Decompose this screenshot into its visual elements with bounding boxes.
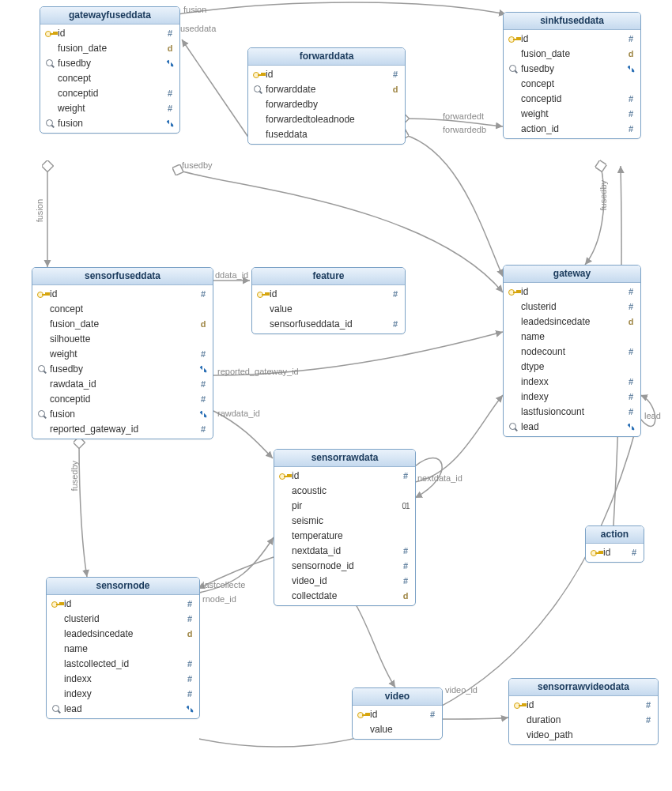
column-row[interactable]: indexx# [47, 672, 199, 687]
entity-title[interactable]: sensornode [47, 578, 199, 595]
entity-sensorrawdata[interactable]: sensorrawdataid#acousticpir01seismictemp… [274, 449, 416, 606]
entity-action[interactable]: actionid# [585, 525, 644, 563]
column-row[interactable]: duration# [509, 713, 658, 728]
column-row[interactable]: reported_gateway_id# [32, 422, 213, 437]
column-row[interactable]: action_id# [504, 122, 640, 137]
entity-title[interactable]: sensorrawdata [274, 450, 415, 467]
column-row[interactable]: leadedsincedated [47, 627, 199, 642]
edit-icon [164, 118, 176, 130]
column-row[interactable]: seismic [274, 514, 415, 529]
entity-title[interactable]: video [353, 688, 442, 706]
column-row[interactable]: sensorfuseddata_id# [252, 317, 405, 332]
column-row[interactable]: fusion_dated [504, 47, 640, 62]
column-row[interactable]: temperature [274, 529, 415, 544]
column-name: silhouette [48, 333, 197, 346]
column-row[interactable]: id# [504, 32, 640, 47]
column-name: lastcollected_id [62, 657, 183, 671]
column-row[interactable]: fusedby [32, 362, 213, 377]
column-row[interactable]: weight# [504, 107, 640, 122]
entity-gateway[interactable]: gatewayid#clusterid#leadedsincedatedname… [503, 265, 641, 437]
entity-columns: id#conceptfusion_datedsilhouetteweight#f… [32, 285, 213, 439]
column-row[interactable]: nextdata_id# [274, 544, 415, 559]
column-row[interactable]: value [252, 302, 405, 317]
entity-forwarddata[interactable]: forwarddataid#forwarddatedforwardedbyfor… [247, 47, 406, 145]
column-row[interactable]: fusion [32, 407, 213, 422]
column-type-icon: # [183, 687, 196, 701]
column-name: id [264, 68, 389, 81]
column-row[interactable]: id# [252, 287, 405, 302]
entity-sensornode[interactable]: sensornodeid#clusterid#leadedsincedatedn… [46, 577, 200, 719]
entity-title[interactable]: action [586, 526, 644, 544]
column-row[interactable]: clusterid# [504, 299, 640, 315]
column-row[interactable]: rawdata_id# [32, 377, 213, 392]
column-row[interactable]: id# [32, 287, 213, 302]
column-row[interactable]: lastcollected_id# [47, 657, 199, 672]
entity-title[interactable]: feature [252, 268, 405, 285]
column-row[interactable]: concept [504, 77, 640, 92]
column-row[interactable]: dtype [504, 360, 640, 375]
column-row[interactable]: leadedsincedated [504, 315, 640, 330]
column-row[interactable]: lead [47, 702, 199, 717]
column-row[interactable]: forwarddated [248, 82, 405, 97]
column-row[interactable]: fusion_dated [32, 317, 213, 332]
column-row[interactable]: fusion_dated [40, 41, 179, 56]
column-row[interactable]: silhouette [32, 332, 213, 347]
column-row[interactable]: forwardedby [248, 97, 405, 112]
column-row[interactable]: concept [32, 302, 213, 317]
column-row[interactable]: fuseddata [248, 127, 405, 142]
column-row[interactable]: conceptid# [40, 86, 179, 101]
entity-title[interactable]: sensorfuseddata [32, 268, 213, 285]
column-row[interactable]: lastfusioncount# [504, 405, 640, 420]
column-row[interactable]: pir01 [274, 499, 415, 514]
integer-type-icon: # [393, 68, 398, 81]
column-row[interactable]: indexy# [504, 390, 640, 405]
column-type-icon: d [197, 318, 210, 331]
entity-title[interactable]: gateway [504, 266, 640, 283]
column-row[interactable]: name [47, 642, 199, 657]
column-name: fusedby [56, 57, 164, 70]
entity-feature[interactable]: featureid#valuesensorfuseddata_id# [251, 267, 406, 334]
column-row[interactable]: id# [504, 284, 640, 299]
entity-title[interactable]: sinkfuseddata [504, 13, 640, 30]
column-row[interactable]: clusterid# [47, 612, 199, 627]
column-row[interactable]: video_path [509, 728, 658, 743]
column-row[interactable]: id# [40, 26, 179, 41]
column-row[interactable]: acoustic [274, 484, 415, 499]
column-row[interactable]: lead [504, 420, 640, 435]
column-row[interactable]: conceptid# [504, 92, 640, 107]
column-type-icon: # [642, 714, 655, 727]
entity-title[interactable]: sensorrawvideodata [509, 679, 658, 696]
column-row[interactable]: fusedby [40, 56, 179, 71]
column-row[interactable]: concept [40, 71, 179, 86]
entity-gatewayfuseddata[interactable]: gatewayfuseddataid#fusion_datedfusedbyco… [40, 6, 180, 134]
column-row[interactable]: forwardedtoleadnode [248, 112, 405, 127]
entity-sinkfuseddata[interactable]: sinkfuseddataid#fusion_datedfusedbyconce… [503, 12, 641, 139]
column-row[interactable]: name [504, 330, 640, 345]
column-row[interactable]: id# [586, 545, 644, 560]
column-row[interactable]: id# [353, 707, 442, 722]
column-row[interactable]: collectdated [274, 589, 415, 604]
entity-title[interactable]: forwarddata [248, 48, 405, 66]
column-row[interactable]: indexy# [47, 687, 199, 702]
entity-video[interactable]: videoid#value [352, 687, 443, 740]
column-row[interactable]: nodecount# [504, 345, 640, 360]
column-row[interactable]: id# [248, 67, 405, 82]
column-row[interactable]: fusedby [504, 62, 640, 77]
entity-title[interactable]: gatewayfuseddata [40, 7, 179, 24]
column-row[interactable]: id# [274, 469, 415, 484]
column-row[interactable]: id# [509, 698, 658, 713]
column-row[interactable]: conceptid# [32, 392, 213, 407]
column-row[interactable]: video_id# [274, 574, 415, 589]
column-row[interactable]: weight# [40, 101, 179, 116]
column-row[interactable]: indexx# [504, 375, 640, 390]
column-row[interactable]: sensornode_id# [274, 559, 415, 574]
column-row[interactable]: weight# [32, 347, 213, 362]
column-name: id [62, 597, 183, 611]
column-row[interactable]: value [353, 722, 442, 737]
magnifier-icon [38, 365, 47, 374]
entity-sensorrawvideodata[interactable]: sensorrawvideodataid#duration#video_path [508, 678, 659, 745]
column-row[interactable]: fusion [40, 116, 179, 131]
entity-sensorfuseddata[interactable]: sensorfuseddataid#conceptfusion_datedsil… [32, 267, 213, 439]
column-name: acoustic [290, 484, 399, 498]
column-row[interactable]: id# [47, 597, 199, 612]
